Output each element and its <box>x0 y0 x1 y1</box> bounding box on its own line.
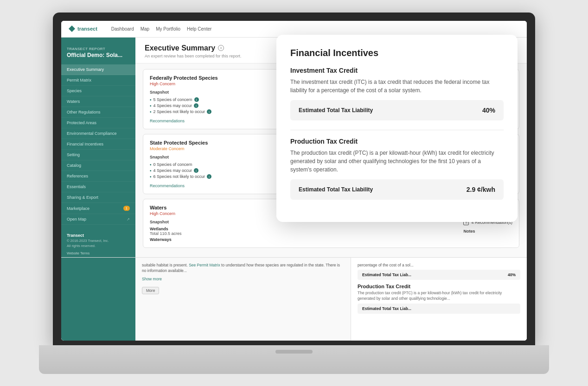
laptop-screen: transect Dashboard Map My Portfolio Help… <box>61 21 527 341</box>
waterways-label: Waterways <box>150 237 458 242</box>
nav-dashboard[interactable]: Dashboard <box>111 26 134 32</box>
overlay-ptc-metric-label: Estimated Total Tax Liab... <box>362 306 411 311</box>
website-terms-link[interactable]: Website Terms <box>67 251 130 255</box>
ptc-description: The production tax credit (PTC) is a per… <box>290 149 504 174</box>
show-more-link[interactable]: Show more <box>142 277 162 281</box>
transect-logo-icon <box>69 25 75 32</box>
laptop-base <box>39 345 549 374</box>
overlay-itc-desc: percentage of the cost of a sol... <box>358 262 520 268</box>
sidebar-item-species[interactable]: Species <box>61 86 135 96</box>
sidebar-item-references[interactable]: References <box>61 171 135 182</box>
info-dot: i <box>207 109 211 114</box>
overlay-text-1: suitable habitat is present. See Permit … <box>142 262 344 274</box>
overlay-permit-link[interactable]: See Permit Matrix <box>189 263 220 267</box>
itc-metric-label: Estimated Total Tax Liability <box>299 107 373 114</box>
ptc-title: Production Tax Credit <box>290 138 504 145</box>
nav-help[interactable]: Help Center <box>187 26 211 32</box>
info-dot: i <box>194 97 199 102</box>
external-icon: ↗ <box>127 217 130 221</box>
itc-description: The investment tax credit (ITC) is a tax… <box>290 78 504 95</box>
sidebar-item-financial-incentives[interactable]: Financial Incentives <box>61 139 135 150</box>
itc-metric-value: 40% <box>482 107 495 114</box>
info-icon[interactable]: i <box>218 45 224 51</box>
overlay-ptc-metric: Estimated Total Tax Liab... <box>358 304 520 314</box>
marketplace-badge: 1 <box>123 206 130 211</box>
sidebar-item-permit-matrix[interactable]: Permit Matrix <box>61 75 135 86</box>
nav-map[interactable]: Map <box>141 26 149 32</box>
screen-bezel: transect Dashboard Map My Portfolio Help… <box>53 13 535 346</box>
itc-title: Investment Tax Credit <box>290 67 504 74</box>
nav-logo: transect <box>69 25 97 32</box>
info-dot: i <box>207 174 211 179</box>
sidebar-brand: Transect <box>67 233 130 238</box>
nav-logo-text: transect <box>77 26 97 32</box>
screen-content: transect Dashboard Map My Portfolio Help… <box>61 21 527 341</box>
info-dot: i <box>194 103 198 108</box>
overlay-itc-metric: Estimated Total Tax Liab... 40% <box>358 270 520 280</box>
overlay-right: percentage of the cost of a sol... Estim… <box>351 258 527 341</box>
sidebar-item-open-map[interactable]: Open Map ↗ <box>61 214 135 225</box>
notes-label: Notes <box>463 229 512 234</box>
overlay-sidebar <box>61 258 135 341</box>
ptc-metric-value: 2.9 ¢/kwh <box>467 186 495 193</box>
fi-divider <box>290 130 504 130</box>
overlay-itc-metric-label: Estimated Total Tax Liab... <box>362 272 411 277</box>
sidebar-item-environmental-compliance[interactable]: Environmental Compliance <box>61 128 135 139</box>
overlay-ptc-title: Production Tax Credit <box>358 284 520 289</box>
more-button[interactable]: More <box>142 287 159 294</box>
sidebar-report-label: Transect Report <box>67 47 130 51</box>
sidebar-copyright: © 2016-2023 Transect, Inc.All rights res… <box>67 239 130 248</box>
itc-section: Investment Tax Credit The investment tax… <box>290 67 504 120</box>
financial-incentives-card: Financial Incentives Investment Tax Cred… <box>276 35 518 222</box>
overlay-content: suitable habitat is present. See Permit … <box>135 258 351 341</box>
sidebar-item-other-regulations[interactable]: Other Regulations <box>61 107 135 118</box>
nav-links: Dashboard Map My Portfolio Help Center <box>111 26 212 32</box>
ptc-metric-box: Estimated Total Tax Liability 2.9 ¢/kwh <box>290 179 504 200</box>
sidebar-item-protected-areas[interactable]: Protected Areas <box>61 118 135 128</box>
sidebar-item-sharing-export[interactable]: Sharing & Export <box>61 192 135 203</box>
itc-metric-box: Estimated Total Tax Liability 40% <box>290 100 504 120</box>
overlay-itc-metric-value: 40% <box>508 272 516 277</box>
sidebar-item-waters[interactable]: Waters <box>61 96 135 107</box>
laptop: transect Dashboard Map My Portfolio Help… <box>39 13 549 374</box>
sidebar-report-name: Official Demo: Sola... <box>67 52 130 59</box>
info-dot: i <box>194 168 198 173</box>
nav-portfolio[interactable]: My Portfolio <box>156 26 180 32</box>
ptc-metric-label: Estimated Total Tax Liability <box>299 186 373 193</box>
wetlands-detail: Total 110.5 acres <box>150 231 458 236</box>
sidebar-item-catalog[interactable]: Catalog <box>61 160 135 171</box>
report-overlay: suitable habitat is present. See Permit … <box>61 257 527 341</box>
ptc-section: Production Tax Credit The production tax… <box>290 138 504 200</box>
overlay-ptc-desc: The production tax credit (PTC) is a per… <box>358 291 520 302</box>
wetlands-label: Wetlands <box>150 227 458 231</box>
fi-card-title: Financial Incentives <box>290 48 504 58</box>
sidebar-item-essentials[interactable]: Essentials <box>61 182 135 192</box>
sidebar-item-executive-summary[interactable]: Executive Summary <box>61 64 135 75</box>
sidebar-report-header: Transect Report Official Demo: Sola... <box>61 43 135 65</box>
sidebar-item-setting[interactable]: Setting <box>61 150 135 160</box>
sidebar-item-marketplace[interactable]: Marketplace 1 <box>61 203 135 214</box>
